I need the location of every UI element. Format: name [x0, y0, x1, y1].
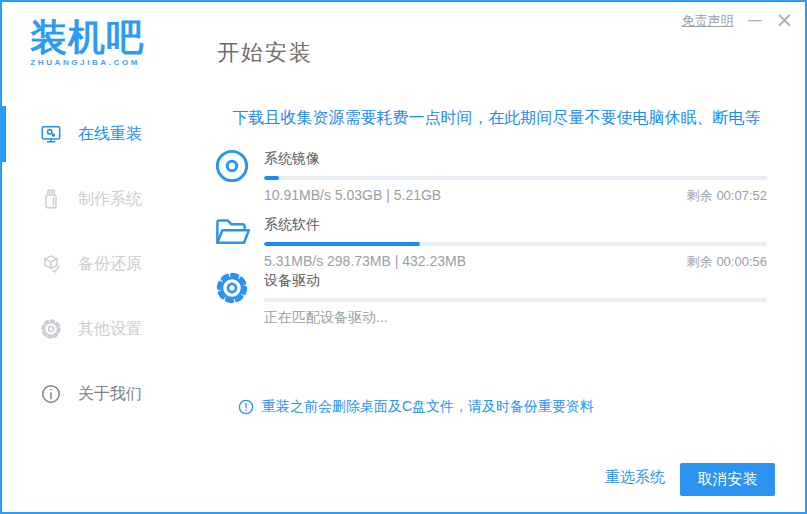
- notice-text: 下载且收集资源需要耗费一点时间，在此期间尽量不要使电脑休眠、断电等: [202, 108, 791, 129]
- task-row-device-driver: 设备驱动 正在匹配设备驱动...: [214, 270, 767, 327]
- page-title: 开始安装: [217, 38, 313, 68]
- titlebar-controls: 免责声明 — ×: [681, 10, 793, 31]
- sidebar-item-label: 关于我们: [78, 384, 142, 405]
- reselect-system-button[interactable]: 重选系统: [605, 468, 665, 487]
- task-row-system-software: 系统软件 5.31MB/s 298.73MB | 432.23MB 剩余 00:…: [214, 214, 767, 271]
- sidebar-item-label: 在线重装: [78, 124, 142, 145]
- disc-icon: [214, 148, 250, 184]
- task-row-system-image: 系统镜像 10.91MB/s 5.03GB | 5.21GB 剩余 00:07:…: [214, 148, 767, 205]
- progress-fill: [264, 242, 420, 246]
- sidebar-item-about-us[interactable]: 关于我们: [2, 372, 202, 416]
- gear-icon: [214, 270, 250, 306]
- sidebar-item-other-settings[interactable]: 其他设置: [2, 307, 202, 351]
- cancel-install-button[interactable]: 取消安装: [680, 463, 775, 496]
- main-content: 下载且收集资源需要耗费一点时间，在此期间尽量不要使电脑休眠、断电等 系统镜像 1…: [202, 92, 805, 512]
- usb-drive-icon: [40, 188, 62, 210]
- task-name: 系统镜像: [264, 150, 767, 168]
- logo-domain: ZHUANGJIBA.COM: [30, 58, 140, 67]
- progress-bar: [264, 242, 767, 246]
- sidebar-item-label: 制作系统: [78, 189, 142, 210]
- progress-fill: [264, 176, 279, 180]
- task-stats: 10.91MB/s 5.03GB | 5.21GB: [264, 187, 441, 203]
- sidebar-item-label: 备份还原: [78, 254, 142, 275]
- sidebar-item-online-reinstall[interactable]: 在线重装: [2, 112, 202, 156]
- close-button[interactable]: ×: [775, 10, 793, 31]
- folder-icon: [214, 214, 250, 250]
- app-window: 免责声明 — × 装机吧 ZHUANGJIBA.COM 开始安装 在线重装: [0, 0, 807, 514]
- backup-restore-icon: [40, 253, 62, 275]
- task-remaining: 剩余 00:00:56: [687, 253, 767, 271]
- task-stats: 5.31MB/s 298.73MB | 432.23MB: [264, 253, 466, 269]
- progress-bar: [264, 176, 767, 180]
- alert-circle-icon: [238, 399, 254, 415]
- disclaimer-link[interactable]: 免责声明: [681, 12, 733, 30]
- monitor-reinstall-icon: [40, 123, 62, 145]
- task-stats: 正在匹配设备驱动...: [264, 309, 388, 327]
- sidebar: 在线重装 制作系统 备份还原: [2, 92, 202, 512]
- task-remaining: 剩余 00:07:52: [687, 187, 767, 205]
- task-name: 系统软件: [264, 216, 767, 234]
- backup-warning-note: 重装之前会删除桌面及C盘文件，请及时备份重要资料: [238, 398, 594, 416]
- sidebar-item-make-system[interactable]: 制作系统: [2, 177, 202, 221]
- progress-bar: [264, 298, 767, 302]
- task-name: 设备驱动: [264, 272, 767, 290]
- logo-text: 装机吧: [30, 14, 140, 62]
- sidebar-item-label: 其他设置: [78, 319, 142, 340]
- info-circle-icon: [40, 383, 62, 405]
- minimize-button[interactable]: —: [747, 13, 761, 28]
- sidebar-item-backup-restore[interactable]: 备份还原: [2, 242, 202, 286]
- settings-gear-icon: [40, 318, 62, 340]
- app-logo: 装机吧 ZHUANGJIBA.COM: [30, 14, 140, 67]
- warning-note-text: 重装之前会删除桌面及C盘文件，请及时备份重要资料: [262, 398, 594, 416]
